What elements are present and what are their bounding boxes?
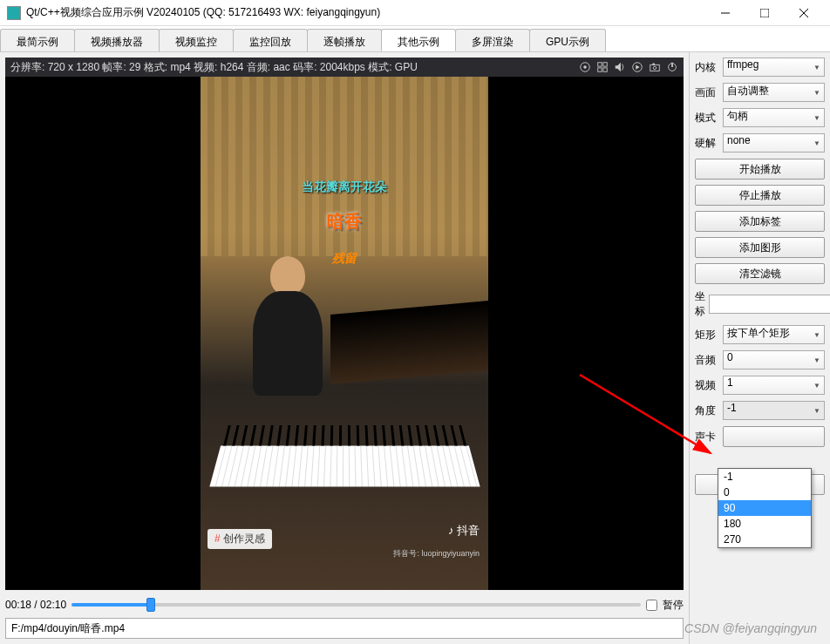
video-container: 分辨率: 720 x 1280 帧率: 29 格式: mp4 视频: h264 … [5, 58, 684, 590]
window-controls [705, 1, 823, 25]
svg-rect-13 [650, 64, 660, 71]
screen-select[interactable]: 自动调整▼ [723, 83, 825, 102]
rect-select[interactable]: 按下单个矩形▼ [723, 325, 825, 344]
volume-icon[interactable] [614, 61, 626, 73]
svg-marker-10 [616, 63, 621, 72]
power-icon[interactable] [666, 61, 678, 73]
tab-replay[interactable]: 监控回放 [233, 29, 308, 51]
overlay-lyric-3: 残留 [201, 251, 488, 267]
svg-point-5 [583, 65, 587, 69]
core-label: 内核 [695, 60, 719, 75]
video-content: 当花瓣离开花朵 暗香 残留 # 创作灵感 ♪ 抖音 抖音号: luopingyi… [201, 77, 488, 590]
tab-monitor[interactable]: 视频监控 [159, 29, 234, 51]
screen-label: 画面 [695, 85, 719, 100]
angle-option-neg1[interactable]: -1 [718, 469, 811, 485]
video-select[interactable]: 1▼ [723, 376, 825, 395]
maximize-button[interactable] [745, 1, 784, 25]
angle-option-270[interactable]: 270 [718, 532, 811, 547]
svg-point-14 [653, 66, 657, 70]
osd-icon-group [579, 61, 678, 73]
start-play-button[interactable]: 开始播放 [695, 159, 825, 180]
tab-multiscreen[interactable]: 多屏渲染 [455, 29, 530, 51]
svg-line-19 [580, 375, 711, 453]
svg-rect-7 [603, 63, 607, 66]
window-title: Qt/C++视频综合应用示例 V20240105 (QQ: 517216493 … [26, 5, 705, 20]
camera-icon[interactable] [649, 61, 661, 73]
app-icon [7, 6, 21, 20]
pause-checkbox[interactable] [646, 600, 657, 611]
angle-dropdown-list[interactable]: -1 0 90 180 270 [718, 468, 812, 548]
audio-select[interactable]: 0▼ [723, 350, 825, 369]
svg-rect-6 [598, 63, 602, 66]
overlay-lyric-2: 暗香 [201, 210, 488, 234]
angle-option-0[interactable]: 0 [718, 485, 811, 500]
douyin-logo: ♪ 抖音 [448, 523, 480, 539]
title-bar: Qt/C++视频综合应用示例 V20240105 (QQ: 517216493 … [0, 0, 830, 26]
minimize-button[interactable] [705, 1, 745, 25]
tab-frame[interactable]: 逐帧播放 [307, 29, 382, 51]
video-info-text: 分辨率: 720 x 1280 帧率: 29 格式: mp4 视频: h264 … [10, 60, 579, 75]
overlay-lyric-1: 当花瓣离开花朵 [201, 180, 488, 195]
add-shape-button[interactable]: 添加图形 [695, 237, 825, 258]
left-panel: 分辨率: 720 x 1280 帧率: 29 格式: mp4 视频: h264 … [0, 52, 689, 644]
hw-select[interactable]: none▼ [723, 133, 825, 153]
overlay-tag: # 创作灵感 [208, 529, 272, 549]
video-frame[interactable]: 当花瓣离开花朵 暗香 残留 # 创作灵感 ♪ 抖音 抖音号: luopingyi… [5, 77, 684, 590]
hw-label: 硬解 [695, 136, 719, 151]
grid-icon[interactable] [596, 61, 609, 73]
svg-rect-15 [652, 64, 655, 65]
coord-label: 坐标 [695, 289, 705, 319]
time-display: 00:18 / 02:10 [5, 599, 66, 611]
angle-select[interactable]: -1▼ [723, 401, 825, 420]
rect-label: 矩形 [695, 328, 719, 342]
video-info-bar: 分辨率: 720 x 1280 帧率: 29 格式: mp4 视频: h264 … [5, 58, 684, 77]
play-circle-icon[interactable] [631, 61, 643, 73]
card-button-left[interactable] [723, 426, 825, 447]
progress-slider[interactable] [71, 603, 641, 607]
mode-label: 模式 [695, 111, 719, 125]
svg-rect-8 [598, 68, 602, 71]
tab-simple[interactable]: 最简示例 [0, 29, 75, 51]
clear-filter-button[interactable]: 清空滤镜 [695, 263, 825, 284]
tab-gpu[interactable]: GPU示例 [529, 29, 606, 51]
angle-option-90[interactable]: 90 [718, 500, 811, 516]
douyin-id: 抖音号: luopingyiyuanyin [393, 548, 480, 559]
tab-player[interactable]: 视频播放器 [74, 29, 160, 51]
file-path-input[interactable] [5, 618, 684, 639]
close-button[interactable] [784, 1, 823, 25]
mode-select[interactable]: 句柄▼ [723, 108, 825, 127]
audio-label: 音频 [695, 353, 719, 368]
annotation-arrow-icon [575, 370, 724, 466]
tab-other[interactable]: 其他示例 [381, 29, 456, 51]
angle-option-180[interactable]: 180 [718, 516, 811, 532]
add-label-button[interactable]: 添加标签 [695, 211, 825, 232]
stop-play-button[interactable]: 停止播放 [695, 185, 825, 206]
tab-bar: 最简示例 视频播放器 视频监控 监控回放 逐帧播放 其他示例 多屏渲染 GPU示… [0, 26, 830, 52]
svg-rect-1 [760, 9, 769, 17]
svg-marker-12 [636, 64, 639, 69]
playback-controls: 00:18 / 02:10 暂停 [5, 595, 684, 614]
right-panel: 内核 ffmpeg▼ 画面 自动调整▼ 模式 句柄▼ 硬解 none▼ 开始播放… [689, 52, 830, 644]
core-select[interactable]: ffmpeg▼ [723, 58, 825, 77]
disc-icon[interactable] [579, 61, 591, 73]
main-area: 分辨率: 720 x 1280 帧率: 29 格式: mp4 视频: h264 … [0, 52, 830, 644]
svg-rect-9 [603, 68, 607, 71]
pause-label: 暂停 [663, 598, 684, 613]
coord-input[interactable] [709, 295, 830, 314]
